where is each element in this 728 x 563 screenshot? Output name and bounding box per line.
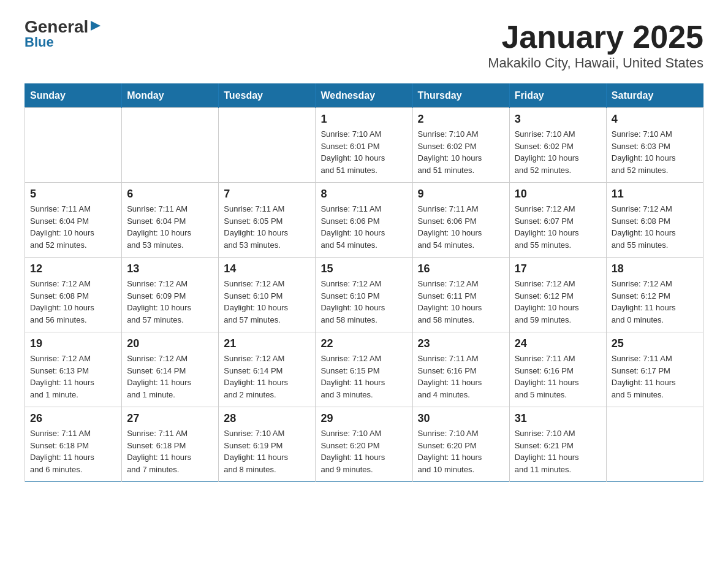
logo-general: General	[25, 18, 88, 36]
calendar-cell: 10Sunrise: 7:12 AM Sunset: 6:07 PM Dayli…	[509, 183, 606, 258]
calendar-cell: 4Sunrise: 7:10 AM Sunset: 6:03 PM Daylig…	[606, 108, 703, 183]
day-number: 7	[224, 188, 310, 201]
day-number: 29	[320, 412, 407, 425]
calendar-cell	[606, 407, 703, 482]
calendar-cell: 8Sunrise: 7:11 AM Sunset: 6:06 PM Daylig…	[316, 183, 412, 258]
day-number: 13	[127, 262, 213, 275]
calendar-cell: 17Sunrise: 7:12 AM Sunset: 6:12 PM Dayli…	[509, 258, 606, 332]
day-number: 4	[612, 113, 698, 126]
calendar-cell: 11Sunrise: 7:12 AM Sunset: 6:08 PM Dayli…	[606, 183, 703, 258]
day-number: 26	[30, 412, 116, 425]
calendar-cell: 23Sunrise: 7:11 AM Sunset: 6:16 PM Dayli…	[412, 332, 509, 407]
day-number: 3	[515, 113, 601, 126]
calendar-cell: 24Sunrise: 7:11 AM Sunset: 6:16 PM Dayli…	[509, 332, 606, 407]
calendar-cell: 2Sunrise: 7:10 AM Sunset: 6:02 PM Daylig…	[412, 108, 509, 183]
calendar-cell: 6Sunrise: 7:11 AM Sunset: 6:04 PM Daylig…	[122, 183, 219, 258]
day-number: 17	[515, 262, 601, 275]
calendar-cell: 27Sunrise: 7:11 AM Sunset: 6:18 PM Dayli…	[122, 407, 219, 482]
day-number: 23	[418, 337, 504, 350]
calendar-cell: 26Sunrise: 7:11 AM Sunset: 6:18 PM Dayli…	[25, 407, 122, 482]
day-number: 18	[612, 262, 698, 275]
day-number: 15	[320, 262, 407, 275]
day-number: 20	[127, 337, 213, 350]
day-info: Sunrise: 7:11 AM Sunset: 6:16 PM Dayligh…	[515, 353, 601, 400]
day-info: Sunrise: 7:11 AM Sunset: 6:04 PM Dayligh…	[127, 203, 213, 251]
calendar-cell: 12Sunrise: 7:12 AM Sunset: 6:08 PM Dayli…	[25, 258, 122, 332]
day-info: Sunrise: 7:10 AM Sunset: 6:19 PM Dayligh…	[224, 427, 310, 475]
day-info: Sunrise: 7:12 AM Sunset: 6:10 PM Dayligh…	[224, 278, 310, 326]
weekday-header-friday: Friday	[509, 84, 606, 108]
day-number: 8	[320, 188, 407, 201]
calendar-cell: 29Sunrise: 7:10 AM Sunset: 6:20 PM Dayli…	[316, 407, 412, 482]
calendar-cell: 14Sunrise: 7:12 AM Sunset: 6:10 PM Dayli…	[219, 258, 316, 332]
calendar-cell: 7Sunrise: 7:11 AM Sunset: 6:05 PM Daylig…	[219, 183, 316, 258]
calendar-cell: 28Sunrise: 7:10 AM Sunset: 6:19 PM Dayli…	[219, 407, 316, 482]
calendar-cell: 18Sunrise: 7:12 AM Sunset: 6:12 PM Dayli…	[606, 258, 703, 332]
calendar-week-row: 1Sunrise: 7:10 AM Sunset: 6:01 PM Daylig…	[25, 108, 703, 183]
day-info: Sunrise: 7:12 AM Sunset: 6:08 PM Dayligh…	[30, 278, 116, 326]
weekday-header-thursday: Thursday	[412, 84, 509, 108]
weekday-header-monday: Monday	[122, 84, 219, 108]
day-number: 31	[515, 412, 601, 425]
logo-arrow-icon	[89, 20, 102, 32]
day-info: Sunrise: 7:10 AM Sunset: 6:03 PM Dayligh…	[612, 128, 698, 176]
calendar-cell: 13Sunrise: 7:12 AM Sunset: 6:09 PM Dayli…	[122, 258, 219, 332]
page-title: January 2025	[488, 18, 703, 55]
day-number: 28	[224, 412, 310, 425]
calendar-cell: 19Sunrise: 7:12 AM Sunset: 6:13 PM Dayli…	[25, 332, 122, 407]
day-info: Sunrise: 7:10 AM Sunset: 6:20 PM Dayligh…	[320, 427, 407, 475]
day-number: 1	[320, 113, 407, 126]
calendar-cell	[219, 108, 316, 183]
calendar-table: SundayMondayTuesdayWednesdayThursdayFrid…	[25, 83, 703, 482]
day-info: Sunrise: 7:12 AM Sunset: 6:13 PM Dayligh…	[30, 353, 116, 400]
page-subtitle: Makakilo City, Hawaii, United States	[488, 55, 703, 71]
day-info: Sunrise: 7:11 AM Sunset: 6:05 PM Dayligh…	[224, 203, 310, 251]
day-number: 25	[612, 337, 698, 350]
day-info: Sunrise: 7:11 AM Sunset: 6:06 PM Dayligh…	[320, 203, 407, 251]
calendar-cell: 21Sunrise: 7:12 AM Sunset: 6:14 PM Dayli…	[219, 332, 316, 407]
day-info: Sunrise: 7:12 AM Sunset: 6:12 PM Dayligh…	[612, 278, 698, 326]
calendar-cell: 30Sunrise: 7:10 AM Sunset: 6:20 PM Dayli…	[412, 407, 509, 482]
day-number: 21	[224, 337, 310, 350]
day-info: Sunrise: 7:12 AM Sunset: 6:09 PM Dayligh…	[127, 278, 213, 326]
day-number: 22	[320, 337, 407, 350]
day-info: Sunrise: 7:11 AM Sunset: 6:06 PM Dayligh…	[418, 203, 504, 251]
day-number: 12	[30, 262, 116, 275]
day-number: 9	[418, 188, 504, 201]
day-info: Sunrise: 7:11 AM Sunset: 6:16 PM Dayligh…	[418, 353, 504, 400]
calendar-cell	[25, 108, 122, 183]
calendar-week-row: 19Sunrise: 7:12 AM Sunset: 6:13 PM Dayli…	[25, 332, 703, 407]
weekday-header-sunday: Sunday	[25, 84, 122, 108]
calendar-cell: 25Sunrise: 7:11 AM Sunset: 6:17 PM Dayli…	[606, 332, 703, 407]
weekday-header-wednesday: Wednesday	[316, 84, 412, 108]
weekday-header-tuesday: Tuesday	[219, 84, 316, 108]
calendar-cell: 1Sunrise: 7:10 AM Sunset: 6:01 PM Daylig…	[316, 108, 412, 183]
calendar-week-row: 26Sunrise: 7:11 AM Sunset: 6:18 PM Dayli…	[25, 407, 703, 482]
calendar-week-row: 12Sunrise: 7:12 AM Sunset: 6:08 PM Dayli…	[25, 258, 703, 332]
day-number: 14	[224, 262, 310, 275]
day-info: Sunrise: 7:12 AM Sunset: 6:07 PM Dayligh…	[515, 203, 601, 251]
day-info: Sunrise: 7:11 AM Sunset: 6:17 PM Dayligh…	[612, 353, 698, 400]
day-number: 30	[418, 412, 504, 425]
day-info: Sunrise: 7:12 AM Sunset: 6:15 PM Dayligh…	[320, 353, 407, 400]
day-info: Sunrise: 7:12 AM Sunset: 6:10 PM Dayligh…	[320, 278, 407, 326]
weekday-header-saturday: Saturday	[606, 84, 703, 108]
day-number: 6	[127, 188, 213, 201]
day-number: 5	[30, 188, 116, 201]
calendar-cell: 5Sunrise: 7:11 AM Sunset: 6:04 PM Daylig…	[25, 183, 122, 258]
calendar-cell: 20Sunrise: 7:12 AM Sunset: 6:14 PM Dayli…	[122, 332, 219, 407]
calendar-cell: 16Sunrise: 7:12 AM Sunset: 6:11 PM Dayli…	[412, 258, 509, 332]
day-number: 16	[418, 262, 504, 275]
day-info: Sunrise: 7:10 AM Sunset: 6:20 PM Dayligh…	[418, 427, 504, 475]
logo: General Blue	[25, 18, 102, 50]
calendar-cell	[122, 108, 219, 183]
day-number: 10	[515, 188, 601, 201]
day-info: Sunrise: 7:12 AM Sunset: 6:14 PM Dayligh…	[127, 353, 213, 400]
day-number: 2	[418, 113, 504, 126]
day-number: 19	[30, 337, 116, 350]
day-info: Sunrise: 7:10 AM Sunset: 6:21 PM Dayligh…	[515, 427, 601, 475]
title-block: January 2025 Makakilo City, Hawaii, Unit…	[488, 18, 703, 71]
calendar-cell: 9Sunrise: 7:11 AM Sunset: 6:06 PM Daylig…	[412, 183, 509, 258]
calendar-cell: 31Sunrise: 7:10 AM Sunset: 6:21 PM Dayli…	[509, 407, 606, 482]
day-info: Sunrise: 7:12 AM Sunset: 6:11 PM Dayligh…	[418, 278, 504, 326]
